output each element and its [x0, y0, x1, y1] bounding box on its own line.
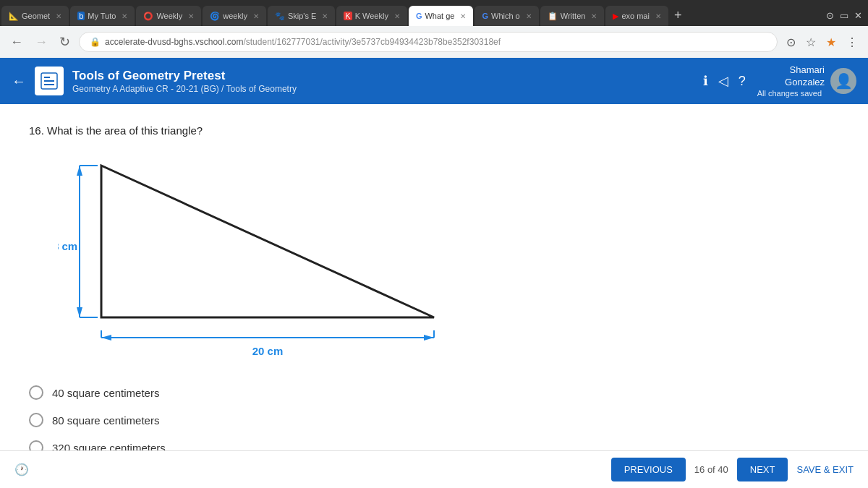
address-bar[interactable]: 🔒 accelerate-dvusd-bghs.vschool.com/stud…: [79, 32, 778, 52]
answer-choice-1[interactable]: 40 square centimeters: [29, 385, 839, 400]
question-body: What is the area of this triangle?: [47, 124, 203, 137]
tab-favicon-geomet: 📐: [9, 12, 19, 21]
tab-label-kweekly: K Weekly: [355, 12, 388, 20]
tab-favicon-kweekly: K: [344, 12, 352, 20]
activity-breadcrumb: Geometry A Adaptive CR - 20-21 (BG) / To…: [72, 84, 703, 94]
info-icon[interactable]: ℹ: [703, 73, 708, 89]
tab-close-geomet[interactable]: ✕: [56, 12, 61, 20]
lock-icon: 🔒: [90, 37, 101, 47]
header-title-section: Tools of Geometry Pretest Geometry A Ada…: [72, 68, 703, 94]
triangle-shape: [101, 166, 434, 317]
question-number: 16.: [29, 124, 47, 137]
user-name: ShamariGonzalez: [757, 64, 825, 89]
tab-mytuto[interactable]: b My Tuto ✕: [70, 6, 135, 26]
tab-label-mytuto: My Tuto: [88, 12, 116, 20]
bookmark-star-icon[interactable]: ☆: [803, 33, 819, 52]
menu-icon[interactable]: ⋮: [843, 33, 861, 52]
triangle-diagram: 8 cm 20 cm: [58, 151, 839, 364]
timer-icon: 🕐: [14, 463, 29, 476]
maximize-icon[interactable]: ▭: [840, 10, 848, 21]
window-controls: ⊙ ▭ ✕: [826, 10, 868, 21]
radio-3[interactable]: [29, 440, 43, 450]
extension-icon[interactable]: ★: [823, 33, 839, 52]
tab-label-skips: Skip's E: [288, 12, 316, 20]
profile-icon[interactable]: ⊙: [783, 33, 799, 52]
tab-close-mytuto[interactable]: ✕: [122, 12, 127, 20]
tab-favicon-written: 📋: [548, 12, 558, 21]
tab-close-weekly2[interactable]: ✕: [253, 12, 259, 20]
height-label: 8 cm: [58, 240, 77, 252]
main-content: 16. What is the area of this triangle? 8…: [0, 104, 868, 450]
app-icon: [35, 67, 64, 95]
tab-favicon-whicho: G: [482, 12, 488, 20]
next-button[interactable]: NEXT: [737, 458, 788, 481]
answer-text-1: 40 square centimeters: [52, 387, 159, 399]
quiz-icon: [40, 72, 59, 90]
tab-exomai[interactable]: ▶ exo mai ✕: [605, 6, 668, 26]
tab-favicon-skips: 🐾: [275, 12, 285, 21]
previous-button[interactable]: PREVIOUS: [611, 458, 686, 481]
triangle-svg: 8 cm 20 cm: [58, 151, 463, 361]
base-label: 20 cm: [252, 345, 284, 357]
tab-label-whatge: What ge: [425, 12, 454, 20]
activity-title: Tools of Geometry Pretest: [72, 68, 703, 84]
tab-close-kweekly[interactable]: ✕: [394, 12, 400, 20]
tab-close-exomai[interactable]: ✕: [655, 12, 661, 20]
tab-close-skips[interactable]: ✕: [322, 12, 328, 20]
tab-bar: 📐 Geomet ✕ b My Tuto ✕ ⭕ Weekly ✕ 🌀 week…: [0, 0, 868, 26]
tab-close-weekly1[interactable]: ✕: [188, 12, 194, 20]
save-exit-button[interactable]: SAVE & EXIT: [796, 464, 854, 475]
base-right-arrow: [424, 335, 434, 341]
help-icon[interactable]: ?: [739, 74, 746, 89]
reload-button[interactable]: ↻: [56, 33, 73, 51]
base-left-arrow: [101, 335, 111, 341]
tab-favicon-whatge: G: [416, 12, 422, 20]
tab-written[interactable]: 📋 Written ✕: [540, 6, 605, 26]
tab-label-written: Written: [561, 12, 586, 20]
answer-choice-2[interactable]: 80 square centimeters: [29, 413, 839, 427]
tab-close-whicho[interactable]: ✕: [526, 12, 532, 20]
header-actions: ℹ ◁ ?: [703, 73, 746, 89]
forward-button[interactable]: →: [32, 33, 51, 51]
tab-close-whatge[interactable]: ✕: [460, 12, 466, 20]
close-window-icon[interactable]: ✕: [854, 10, 862, 21]
nav-bar: ← → ↻ 🔒 accelerate-dvusd-bghs.vschool.co…: [0, 26, 868, 58]
nav-icons: ⊙ ☆ ★ ⋮: [783, 33, 861, 52]
tab-label-weekly1: Weekly: [156, 12, 182, 20]
radio-1[interactable]: [29, 385, 43, 400]
tab-weekly1[interactable]: ⭕ Weekly ✕: [136, 6, 201, 26]
tab-weekly2[interactable]: 🌀 weekly ✕: [203, 6, 266, 26]
tab-whicho[interactable]: G Which o ✕: [475, 6, 538, 26]
browser-chrome: 📐 Geomet ✕ b My Tuto ✕ ⭕ Weekly ✕ 🌀 week…: [0, 0, 868, 58]
avatar: 👤: [830, 68, 856, 94]
tab-favicon-mytuto: b: [77, 12, 85, 20]
answer-choices: 40 square centimeters 80 square centimet…: [29, 385, 839, 450]
footer: 🕐 PREVIOUS 16 of 40 NEXT SAVE & EXIT: [0, 450, 868, 488]
user-section: ShamariGonzalez All changes saved 👤: [757, 64, 856, 98]
answer-text-2: 80 square centimeters: [52, 414, 159, 427]
tab-favicon-exomai: ▶: [613, 12, 618, 21]
question-text: 16. What is the area of this triangle?: [29, 124, 839, 137]
back-button[interactable]: ←: [7, 33, 26, 51]
url-domain: accelerate-dvusd-bghs.vschool.com: [105, 37, 243, 47]
tab-skips[interactable]: 🐾 Skip's E ✕: [268, 6, 335, 26]
tab-label-whicho: Which o: [491, 12, 520, 20]
back-to-course-button[interactable]: ←: [12, 73, 26, 90]
url-text: accelerate-dvusd-bghs.vschool.com/studen…: [105, 37, 501, 47]
tab-label-exomai: exo mai: [621, 12, 650, 20]
answer-text-3: 320 square centimeters: [52, 442, 166, 451]
tab-label: Geomet: [22, 12, 50, 20]
minimize-icon[interactable]: ⊙: [826, 10, 834, 21]
new-tab-button[interactable]: +: [668, 8, 688, 23]
url-path: /student/162777031/activity/3e5737cb9493…: [243, 37, 501, 47]
tab-close-written[interactable]: ✕: [591, 12, 597, 20]
send-icon[interactable]: ◁: [718, 73, 728, 89]
answer-choice-3[interactable]: 320 square centimeters: [29, 440, 839, 450]
page-count: 16 of 40: [694, 464, 728, 475]
tab-whatge[interactable]: G What ge ✕: [409, 6, 474, 26]
tab-geomet[interactable]: 📐 Geomet ✕: [1, 6, 69, 26]
tab-favicon-weekly2: 🌀: [210, 12, 220, 21]
radio-2[interactable]: [29, 413, 43, 427]
tab-kweekly[interactable]: K K Weekly ✕: [336, 6, 407, 26]
height-top-arrow: [77, 166, 82, 176]
